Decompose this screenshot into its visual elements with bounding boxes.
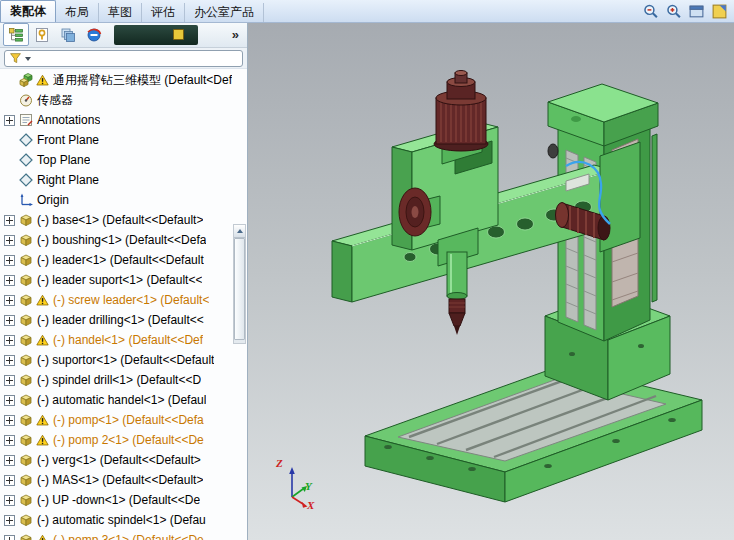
expand-icon[interactable] (4, 255, 15, 266)
part-icon (18, 452, 34, 468)
expand-icon[interactable] (4, 495, 15, 506)
part-icon (18, 212, 34, 228)
tab-office-products[interactable]: 办公室产品 (185, 3, 264, 22)
part-icon (18, 432, 34, 448)
tab-dimxpertmanager[interactable] (81, 23, 107, 46)
docked-dark-toolbar (114, 25, 198, 45)
filter-row (0, 48, 247, 69)
tree-item[interactable]: Origin (0, 190, 247, 210)
expand-icon[interactable] (4, 455, 15, 466)
triad-x-label: X (307, 499, 314, 511)
tree-item-label: (-) suportor<1> (Default<<Default (35, 353, 214, 367)
machine-base (365, 366, 702, 502)
panel-overflow-chevron[interactable]: » (226, 27, 245, 42)
expand-icon[interactable] (4, 275, 15, 286)
tree-item[interactable]: (-) leader<1> (Default<<Default (0, 250, 247, 270)
toolbar-mini-icon[interactable] (173, 29, 184, 40)
tree-item[interactable]: (-) pomp 3<1> (Default<<De (0, 530, 247, 540)
scroll-up-button[interactable] (234, 225, 245, 238)
plane-icon (18, 152, 34, 168)
tree-item-label: (-) boushing<1> (Default<<Defa (35, 233, 206, 247)
tree-item[interactable]: (-) spindel drill<1> (Default<<D (0, 370, 247, 390)
expand-icon[interactable] (4, 515, 15, 526)
part-icon (18, 292, 34, 308)
display-style-icon[interactable] (711, 3, 728, 20)
plane-icon (18, 132, 34, 148)
expand-icon[interactable] (4, 115, 15, 126)
tree-item[interactable]: (-) boushing<1> (Default<<Defa (0, 230, 247, 250)
tab-sketch[interactable]: 草图 (99, 3, 142, 22)
tree-item[interactable]: (-) MAS<1> (Default<<Default> (0, 470, 247, 490)
feature-manager-panel: » 通用摇臂钻三维模型 (Default<Def 传感器 Annotations (0, 22, 248, 540)
tree-item[interactable]: (-) verg<1> (Default<<Default> (0, 450, 247, 470)
part-icon (18, 472, 34, 488)
expand-icon[interactable] (4, 355, 15, 366)
view-orientation-icon[interactable] (688, 3, 705, 20)
tree-item[interactable]: Top Plane (0, 150, 247, 170)
warning-icon (36, 414, 49, 427)
expand-icon[interactable] (4, 295, 15, 306)
sensors-icon (18, 92, 34, 108)
tree-item[interactable]: (-) automatic spindel<1> (Defau (0, 510, 247, 530)
tab-configurationmanager[interactable] (55, 23, 81, 46)
expand-icon[interactable] (4, 475, 15, 486)
tab-propertymanager[interactable] (29, 23, 55, 46)
scroll-thumb[interactable] (234, 238, 245, 340)
expand-icon[interactable] (4, 375, 15, 386)
expand-icon[interactable] (4, 335, 15, 346)
tree-item[interactable]: (-) automatic handel<1> (Defaul (0, 390, 247, 410)
expand-icon[interactable] (4, 215, 15, 226)
tree-scrollbar[interactable] (233, 224, 246, 344)
tree-item[interactable]: 通用摇臂钻三维模型 (Default<Def (0, 70, 247, 90)
filter-dropdown-caret[interactable] (25, 57, 31, 61)
tab-evaluate[interactable]: 评估 (142, 3, 185, 22)
tree-item-label: (-) screw leader<1> (Default< (51, 293, 209, 307)
tree-item-label: (-) handel<1> (Default<<Def (51, 333, 203, 347)
tree-item[interactable]: (-) handel<1> (Default<<Def (0, 330, 247, 350)
tree-item[interactable]: (-) pomp<1> (Default<<Defa (0, 410, 247, 430)
tree-item[interactable]: (-) pomp 2<1> (Default<<De (0, 430, 247, 450)
tab-assembly[interactable]: 装配体 (0, 0, 56, 22)
tree-item-label: (-) pomp<1> (Default<<Defa (51, 413, 204, 427)
tree-item-label: Origin (35, 193, 69, 207)
tree-item-label: Right Plane (35, 173, 99, 187)
component-filter-field[interactable] (4, 50, 243, 67)
tree-item[interactable]: (-) UP -down<1> (Default<<De (0, 490, 247, 510)
part-icon (18, 532, 34, 540)
tree-item-label: Top Plane (35, 153, 90, 167)
main-motor (434, 71, 488, 165)
tree-item-label: (-) spindel drill<1> (Default<<D (35, 373, 201, 387)
tree-item[interactable]: Front Plane (0, 130, 247, 150)
part-icon (18, 492, 34, 508)
command-manager-tabbar: 装配体 布局 草图 评估 办公室产品 (0, 0, 734, 23)
tree-item-label: Annotations (35, 113, 100, 127)
tree-item[interactable]: (-) screw leader<1> (Default< (0, 290, 247, 310)
annotations-icon (18, 112, 34, 128)
assembly-icon (18, 72, 34, 88)
expand-icon[interactable] (4, 435, 15, 446)
part-icon (18, 312, 34, 328)
expand-icon[interactable] (4, 395, 15, 406)
tree-item-label: (-) verg<1> (Default<<Default> (35, 453, 201, 467)
feature-tree: 通用摇臂钻三维模型 (Default<Def 传感器 Annotations F… (0, 69, 247, 540)
tree-item[interactable]: (-) leader suport<1> (Default<< (0, 270, 247, 290)
tree-item[interactable]: (-) suportor<1> (Default<<Default (0, 350, 247, 370)
zoom-out-icon[interactable] (642, 3, 659, 20)
tree-item[interactable]: 传感器 (0, 90, 247, 110)
tree-item[interactable]: Right Plane (0, 170, 247, 190)
zoom-in-icon[interactable] (665, 3, 682, 20)
expand-icon[interactable] (4, 415, 15, 426)
warning-icon (36, 434, 49, 447)
part-icon (18, 252, 34, 268)
tree-item[interactable]: (-) leader drilling<1> (Default<< (0, 310, 247, 330)
warning-icon (36, 74, 49, 87)
tree-item-label: (-) base<1> (Default<<Default> (35, 213, 203, 227)
part-icon (18, 272, 34, 288)
tab-featuremanager[interactable] (3, 23, 29, 46)
expand-icon[interactable] (4, 235, 15, 246)
tree-item[interactable]: (-) base<1> (Default<<Default> (0, 210, 247, 230)
tab-layout[interactable]: 布局 (56, 3, 99, 22)
expand-icon[interactable] (4, 315, 15, 326)
expand-icon[interactable] (4, 535, 15, 540)
tree-item[interactable]: Annotations (0, 110, 247, 130)
